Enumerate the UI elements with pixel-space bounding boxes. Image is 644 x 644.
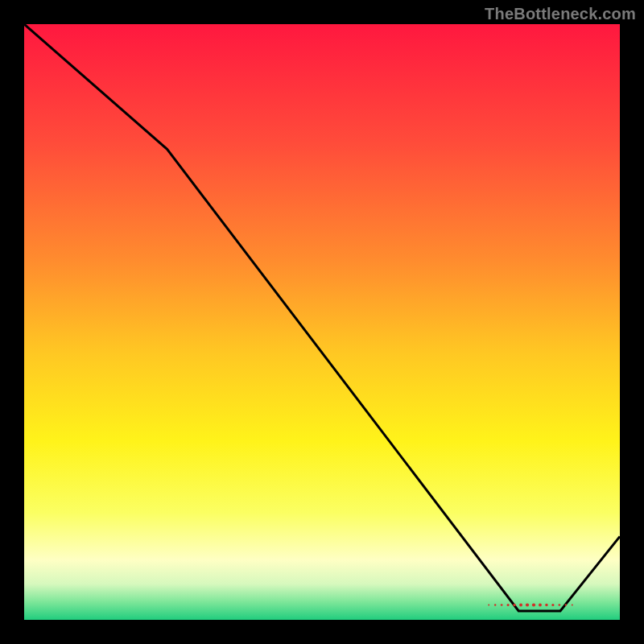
svg-point-5: [519, 604, 522, 607]
svg-point-13: [572, 605, 573, 606]
svg-point-4: [513, 604, 515, 606]
svg-point-6: [526, 603, 529, 606]
chart-svg: [24, 24, 620, 620]
svg-point-7: [532, 603, 535, 606]
svg-point-11: [558, 604, 560, 606]
svg-point-1: [494, 604, 496, 605]
attribution-label: TheBottleneck.com: [485, 5, 636, 23]
plot-area: [24, 24, 620, 620]
chart-outer-frame: TheBottleneck.com: [0, 0, 644, 644]
gradient-background: [24, 24, 620, 620]
svg-point-0: [488, 605, 489, 606]
svg-point-10: [551, 604, 554, 606]
svg-point-9: [545, 604, 547, 606]
svg-point-2: [501, 604, 503, 606]
svg-point-3: [507, 604, 510, 606]
svg-point-8: [539, 604, 542, 607]
svg-point-12: [565, 604, 567, 605]
